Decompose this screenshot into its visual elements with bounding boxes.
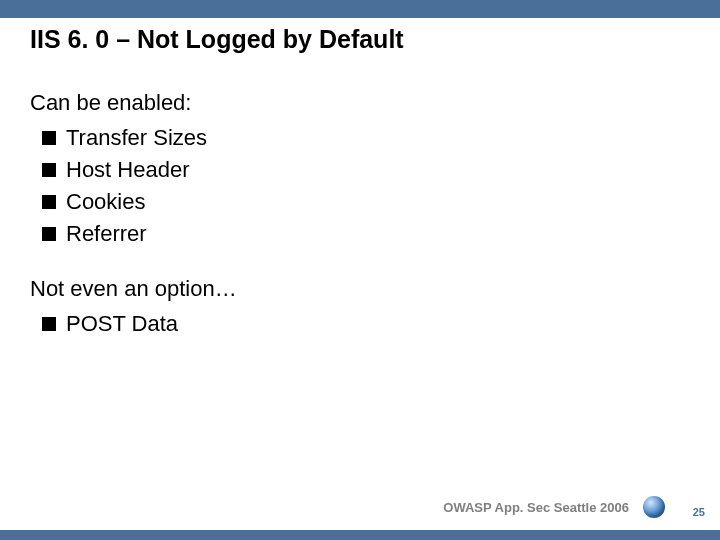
bullet-square-icon	[42, 163, 56, 177]
slide-body: Can be enabled: Transfer Sizes Host Head…	[30, 90, 670, 339]
bullet-text: Transfer Sizes	[66, 122, 207, 154]
bullet-text: Host Header	[66, 154, 190, 186]
list-item: POST Data	[42, 308, 670, 340]
bullet-square-icon	[42, 317, 56, 331]
bullet-square-icon	[42, 195, 56, 209]
list-item: Transfer Sizes	[42, 122, 670, 154]
footer-text: OWASP App. Sec Seattle 2006	[443, 500, 629, 515]
bullet-square-icon	[42, 131, 56, 145]
bullet-text: Referrer	[66, 218, 147, 250]
section1-bullets: Transfer Sizes Host Header Cookies Refer…	[42, 122, 670, 250]
bottom-accent-bar	[0, 530, 720, 540]
top-accent-bar	[0, 0, 720, 18]
bullet-text: Cookies	[66, 186, 145, 218]
section2-heading: Not even an option…	[30, 276, 670, 302]
globe-icon	[643, 496, 665, 518]
list-item: Cookies	[42, 186, 670, 218]
footer: OWASP App. Sec Seattle 2006	[443, 496, 665, 518]
slide: IIS 6. 0 – Not Logged by Default Can be …	[0, 0, 720, 540]
list-item: Referrer	[42, 218, 670, 250]
list-item: Host Header	[42, 154, 670, 186]
bullet-text: POST Data	[66, 308, 178, 340]
slide-title: IIS 6. 0 – Not Logged by Default	[30, 25, 404, 54]
section2-bullets: POST Data	[42, 308, 670, 340]
page-number: 25	[693, 506, 705, 518]
section1-heading: Can be enabled:	[30, 90, 670, 116]
bullet-square-icon	[42, 227, 56, 241]
